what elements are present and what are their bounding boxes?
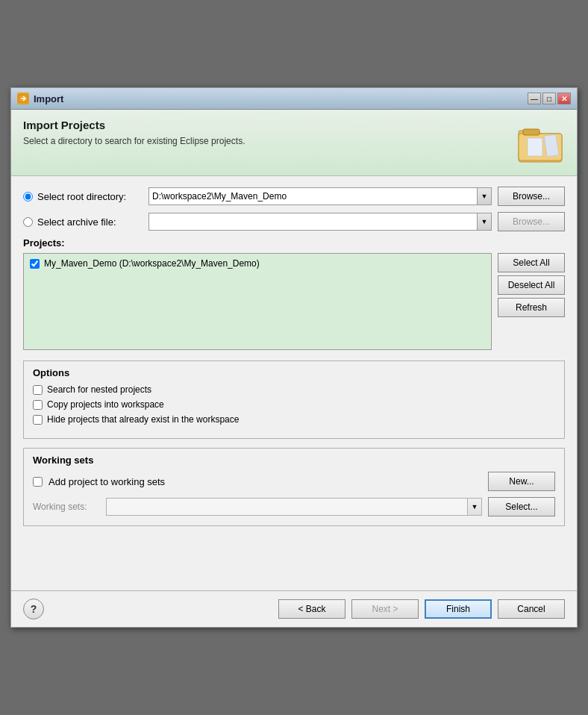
archive-file-radio[interactable] — [23, 217, 33, 227]
root-directory-radio[interactable] — [23, 192, 33, 202]
finish-button[interactable]: Finish — [425, 599, 492, 619]
working-sets-section: Working sets Add project to working sets… — [23, 448, 565, 526]
folder-icon — [517, 119, 565, 166]
add-to-working-sets-label: Add project to working sets — [49, 476, 165, 487]
svg-rect-6 — [528, 138, 542, 156]
select-all-button[interactable]: Select All — [498, 253, 565, 272]
archive-file-row: Select archive file: ▼ Browse... — [23, 212, 565, 231]
working-sets-row: Working sets: ▼ Select... — [33, 497, 555, 516]
root-directory-input[interactable] — [148, 187, 477, 205]
header-panel: Import Projects Select a directory to se… — [11, 110, 577, 176]
refresh-button[interactable]: Refresh — [498, 298, 565, 317]
back-button[interactable]: < Back — [278, 599, 345, 619]
header-description: Select a directory to search for existin… — [23, 136, 245, 146]
archive-file-radio-label[interactable]: Select archive file: — [23, 216, 143, 228]
nested-projects-row: Search for nested projects — [33, 384, 555, 395]
next-button[interactable]: Next > — [351, 599, 419, 619]
archive-file-browse-button[interactable]: Browse... — [498, 212, 565, 231]
archive-file-dropdown-arrow[interactable]: ▼ — [477, 213, 492, 231]
header-heading: Import Projects — [23, 119, 245, 131]
working-sets-combo-wrapper: ▼ — [106, 498, 482, 516]
cancel-button[interactable]: Cancel — [498, 599, 565, 619]
list-item: My_Maven_Demo (D:\workspace2\My_Maven_De… — [27, 257, 488, 270]
window-controls: — □ ✕ — [528, 93, 571, 104]
archive-file-input[interactable] — [148, 213, 477, 231]
working-sets-field-label: Working sets: — [33, 502, 100, 512]
hide-projects-checkbox[interactable] — [33, 415, 43, 425]
main-content: Select root directory: ▼ Browse... Selec… — [11, 176, 577, 546]
select-working-sets-button[interactable]: Select... — [488, 497, 555, 516]
copy-projects-checkbox[interactable] — [33, 400, 43, 410]
header-text: Import Projects Select a directory to se… — [23, 119, 245, 146]
spacer-area — [11, 546, 577, 590]
close-button[interactable]: ✕ — [557, 93, 571, 104]
root-directory-label: Select root directory: — [37, 191, 126, 202]
footer: ? < Back Next > Finish Cancel — [11, 590, 577, 627]
import-icon — [18, 93, 28, 104]
nested-projects-checkbox[interactable] — [33, 385, 43, 395]
copy-projects-row: Copy projects into workspace — [33, 399, 555, 410]
add-to-working-sets-checkbox[interactable] — [33, 477, 43, 487]
options-section: Options Search for nested projects Copy … — [23, 360, 565, 439]
projects-area: My_Maven_Demo (D:\workspace2\My_Maven_De… — [23, 253, 565, 350]
hide-projects-label: Hide projects that already exist in the … — [47, 414, 239, 425]
titlebar: Import — □ ✕ — [11, 88, 577, 110]
minimize-button[interactable]: — — [528, 93, 541, 104]
projects-list: My_Maven_Demo (D:\workspace2\My_Maven_De… — [23, 253, 492, 350]
deselect-all-button[interactable]: Deselect All — [498, 275, 565, 295]
copy-projects-label: Copy projects into workspace — [47, 399, 164, 410]
working-sets-label: Working sets — [33, 455, 555, 466]
import-dialog: Import — □ ✕ Import Projects Select a di… — [10, 87, 578, 628]
maximize-button[interactable]: □ — [542, 93, 556, 104]
new-working-set-button[interactable]: New... — [488, 472, 555, 491]
working-sets-dropdown-arrow[interactable]: ▼ — [467, 498, 482, 516]
root-directory-row: Select root directory: ▼ Browse... — [23, 187, 565, 206]
archive-file-combo-wrapper: ▼ — [148, 213, 492, 231]
nested-projects-label: Search for nested projects — [47, 384, 151, 395]
projects-section-label: Projects: — [23, 237, 565, 249]
project-checkbox[interactable] — [30, 259, 40, 269]
dialog-title: Import — [34, 93, 523, 104]
project-name: My_Maven_Demo (D:\workspace2\My_Maven_De… — [44, 258, 260, 269]
dialog-icon — [17, 93, 29, 104]
root-directory-dropdown-arrow[interactable]: ▼ — [477, 187, 492, 205]
root-directory-combo-wrapper: ▼ — [148, 187, 492, 205]
svg-rect-5 — [523, 129, 539, 135]
archive-file-label: Select archive file: — [37, 216, 116, 228]
help-button[interactable]: ? — [23, 599, 44, 619]
working-sets-input[interactable] — [106, 498, 467, 516]
root-directory-radio-label[interactable]: Select root directory: — [23, 191, 143, 202]
hide-projects-row: Hide projects that already exist in the … — [33, 414, 555, 425]
root-directory-browse-button[interactable]: Browse... — [498, 187, 565, 206]
projects-buttons: Select All Deselect All Refresh — [498, 253, 565, 350]
options-label: Options — [33, 367, 555, 378]
